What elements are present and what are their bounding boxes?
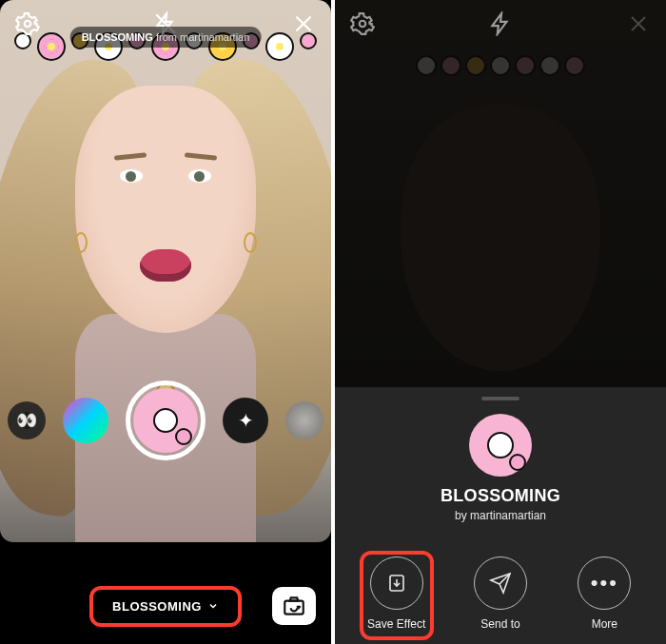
effect-name-button[interactable]: BLOSSOMING [93, 590, 238, 623]
action-circle [370, 556, 423, 610]
gear-icon [15, 11, 40, 36]
sheet-actions: Save Effect Send to ••• More [335, 556, 666, 631]
eye [120, 169, 143, 183]
by-word: by [455, 509, 467, 522]
effect-sheet-screen: BLOSSOMING by martinamartian Save Effect… [335, 0, 666, 644]
svg-point-0 [25, 21, 31, 28]
filter-author: martinamartian [180, 31, 249, 43]
sheet-grabber[interactable] [481, 397, 519, 400]
filter-name: BLOSSOMING [82, 31, 153, 43]
svg-point-5 [360, 21, 366, 28]
effect-thumb[interactable] [8, 401, 46, 439]
send-to-button[interactable]: Send to [458, 556, 543, 631]
flower-icon [509, 454, 526, 471]
filter-attribution-pill[interactable]: BLOSSOMING from martinamartian [70, 27, 262, 48]
action-circle: ••• [578, 556, 631, 610]
close-icon [291, 11, 316, 36]
close-icon [627, 12, 650, 35]
flash-button[interactable] [486, 10, 515, 38]
close-button[interactable] [624, 10, 653, 38]
effect-author: martinamartian [470, 509, 546, 522]
action-label: More [592, 617, 617, 631]
action-label: Send to [480, 617, 519, 631]
flower-icon [487, 432, 514, 459]
settings-button[interactable] [13, 10, 42, 38]
effect-name-label: BLOSSOMING [112, 599, 202, 614]
action-circle [474, 556, 527, 610]
effect-thumb[interactable] [285, 401, 323, 439]
svg-rect-4 [284, 601, 304, 615]
earring [74, 232, 88, 253]
effect-bottom-sheet: BLOSSOMING by martinamartian Save Effect… [335, 387, 666, 644]
send-icon [489, 572, 512, 595]
flip-camera-icon [282, 594, 306, 618]
capture-button[interactable] [126, 381, 206, 460]
chevron-down-icon [207, 600, 219, 612]
face [75, 86, 256, 333]
effect-carousel[interactable] [8, 381, 323, 460]
download-icon [385, 572, 408, 595]
flip-camera-button[interactable] [272, 587, 316, 625]
effect-byline[interactable]: by martinamartian [455, 509, 546, 522]
gear-icon [350, 11, 375, 36]
close-button[interactable] [289, 10, 318, 38]
effect-title: BLOSSOMING [441, 486, 560, 506]
mouth [140, 249, 191, 282]
camera-top-bar [335, 10, 666, 38]
effect-thumb[interactable] [63, 398, 108, 443]
selected-effect-thumb [133, 388, 198, 453]
flash-icon [488, 11, 513, 36]
story-camera-screen: BLOSSOMING from martinamartian BLOSSOMIN… [0, 0, 331, 644]
settings-button[interactable] [348, 10, 377, 38]
action-label: Save Effect [367, 617, 425, 631]
effect-avatar[interactable] [469, 414, 532, 477]
more-button[interactable]: ••• More [561, 556, 647, 631]
flower-icon [175, 428, 192, 445]
eye [188, 169, 211, 183]
camera-viewport: BLOSSOMING from martinamartian [0, 0, 331, 542]
earring [244, 232, 257, 253]
save-effect-button[interactable]: Save Effect [354, 556, 440, 631]
filter-from-word: from [156, 31, 177, 43]
effect-thumb[interactable] [223, 398, 268, 443]
flower-icon [153, 408, 178, 433]
camera-bottom-bar: BLOSSOMING [0, 568, 331, 644]
